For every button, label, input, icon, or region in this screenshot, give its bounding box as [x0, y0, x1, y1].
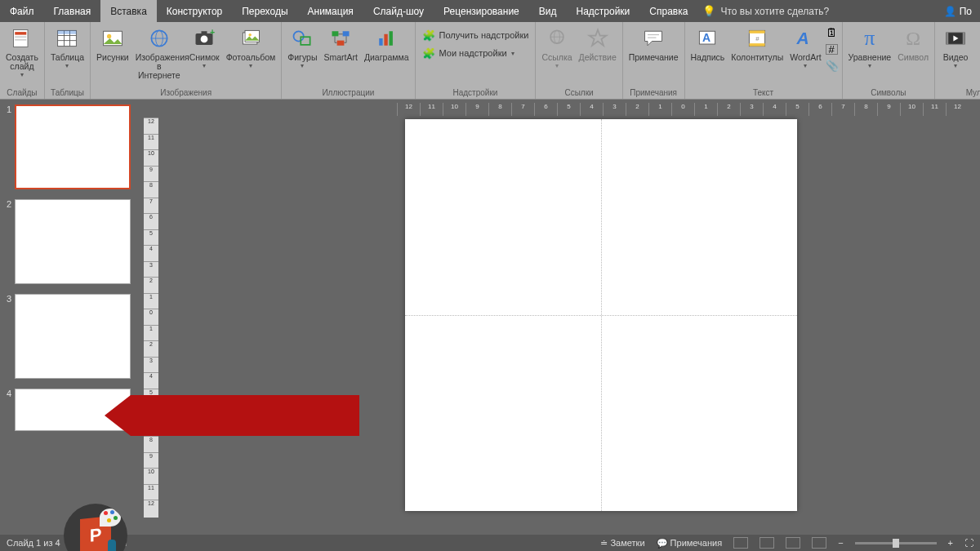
table-button[interactable]: Таблица ▾	[48, 24, 87, 71]
chevron-down-icon: ▾	[511, 50, 514, 57]
wordart-button[interactable]: A WordArt ▾	[787, 24, 823, 71]
video-button[interactable]: Видео ▾	[938, 24, 973, 71]
svg-rect-9	[58, 30, 77, 33]
svg-rect-17	[202, 31, 207, 34]
tab-transitions[interactable]: Переходы	[232, 0, 297, 22]
chart-icon	[373, 25, 399, 51]
zoom-slider[interactable]	[855, 542, 937, 544]
group-tables: Таблица ▾ Таблицы	[45, 22, 91, 99]
pictures-button[interactable]: Рисунки	[94, 24, 131, 64]
svg-rect-2	[15, 36, 26, 38]
svg-point-11	[107, 34, 111, 38]
tab-review[interactable]: Рецензирование	[434, 0, 529, 22]
action-icon	[585, 25, 611, 51]
get-addins-button[interactable]: 🧩 Получить надстройки	[419, 27, 532, 43]
online-pictures-button[interactable]: Изображения в Интернете	[133, 24, 185, 82]
tab-file[interactable]: Файл	[0, 0, 44, 22]
svg-rect-44	[947, 33, 949, 44]
my-addins-button[interactable]: 🧩 Мои надстройки ▾	[419, 45, 532, 61]
header-footer-button[interactable]: # Колонтитулы	[728, 24, 786, 64]
group-slides: Создать слайд ▾ Слайды	[0, 22, 45, 99]
symbol-icon: Ω	[900, 25, 926, 51]
my-addins-icon: 🧩	[422, 47, 435, 60]
equation-button[interactable]: π Уравнение ▾	[846, 24, 894, 71]
group-addins-label: Надстройки	[419, 87, 532, 99]
svg-rect-3	[15, 39, 26, 41]
tab-insert[interactable]: Вставка	[100, 0, 157, 22]
tab-animations[interactable]: Анимация	[298, 0, 363, 22]
view-normal-button[interactable]	[733, 537, 748, 549]
thumb-number: 4	[3, 389, 11, 431]
comment-button[interactable]: Примечание	[626, 24, 681, 64]
zoom-in-button[interactable]: +	[948, 538, 953, 548]
smartart-button[interactable]: SmartArt	[321, 24, 359, 64]
header-footer-icon: #	[744, 25, 770, 51]
view-sorter-button[interactable]	[760, 537, 774, 549]
tab-help[interactable]: Справка	[639, 0, 697, 22]
zoom-out-button[interactable]: −	[838, 538, 843, 548]
chart-label: Диаграмма	[364, 53, 409, 62]
comments-button[interactable]: 💬 Примечания	[657, 538, 723, 549]
group-links-label: Ссылки	[539, 87, 618, 99]
svg-rect-45	[963, 33, 965, 44]
tell-me-search[interactable]: 💡 Что вы хотите сделать?	[702, 0, 829, 22]
photo-album-icon	[238, 25, 264, 51]
slide-thumbnails: 1 2 3 4	[0, 100, 137, 535]
view-slideshow-button[interactable]	[812, 537, 826, 549]
thumbnail-3[interactable]	[15, 294, 131, 379]
slide-number-icon[interactable]: #	[826, 44, 838, 55]
status-bar: Слайд 1 из 4 📖 русский ≐ Заметки 💬 Приме…	[0, 535, 980, 551]
tab-home[interactable]: Главная	[44, 0, 101, 22]
slide-canvas[interactable]	[405, 119, 797, 511]
table-label: Таблица	[51, 53, 84, 62]
svg-marker-33	[589, 30, 606, 46]
chevron-down-icon: ▾	[868, 62, 871, 69]
svg-point-16	[201, 36, 208, 43]
group-illustrations-label: Иллюстрации	[285, 87, 411, 99]
wordart-icon: A	[792, 25, 818, 51]
svg-rect-25	[343, 31, 350, 36]
notes-button[interactable]: ≐ Заметки	[600, 538, 644, 549]
canvas-area[interactable]: 1211109876543210123456789101112	[160, 100, 980, 535]
view-reading-button[interactable]	[786, 537, 800, 549]
svg-rect-40	[750, 43, 765, 47]
audio-button[interactable]: 🔊 Звук ▾	[974, 24, 980, 71]
screenshot-button[interactable]: + Снимок ▾	[187, 24, 222, 71]
thumb-number: 2	[3, 199, 11, 284]
svg-rect-29	[390, 31, 393, 46]
thumbnail-1[interactable]	[15, 104, 131, 189]
chart-button[interactable]: Диаграмма	[362, 24, 412, 64]
figure-icon	[108, 540, 116, 551]
svg-rect-27	[379, 38, 382, 46]
tab-view[interactable]: Вид	[529, 0, 567, 22]
menu-tabs: Файл Главная Вставка Конструктор Переход…	[0, 0, 980, 22]
shapes-button[interactable]: Фигуры ▾	[285, 24, 319, 71]
smartart-label: SmartArt	[323, 53, 357, 62]
thumbnail-2[interactable]	[15, 199, 131, 284]
guide-horizontal	[405, 315, 797, 316]
textbox-button[interactable]: A Надпись	[688, 24, 728, 64]
table-icon	[54, 25, 80, 51]
group-illustrations: Фигуры ▾ SmartArt Диаграмма Иллюстрации	[282, 22, 415, 99]
video-icon	[942, 25, 969, 51]
chevron-down-icon: ▾	[804, 62, 807, 69]
fit-to-window-button[interactable]: ⛶	[964, 538, 973, 548]
status-slide-count: Слайд 1 из 4	[7, 538, 60, 548]
tab-addins[interactable]: Надстройки	[566, 0, 639, 22]
wordart-label: WordArt	[790, 53, 821, 62]
horizontal-ruler: 1211109876543210123456789101112	[397, 103, 969, 116]
tab-slideshow[interactable]: Слайд-шоу	[363, 0, 434, 22]
object-icon[interactable]: 📎	[826, 60, 839, 72]
new-slide-button[interactable]: Создать слайд ▾	[3, 24, 41, 80]
chevron-down-icon: ▾	[65, 62, 69, 69]
photo-album-button[interactable]: Фотоальбом ▾	[224, 24, 278, 71]
vertical-ruler: 1211109876543210123456789101112	[137, 100, 160, 535]
link-label: Ссылка	[541, 53, 572, 62]
tab-design[interactable]: Конструктор	[157, 0, 232, 22]
group-slides-label: Слайды	[3, 87, 41, 99]
user-account[interactable]: 👤 По	[936, 0, 980, 22]
pictures-icon	[100, 25, 126, 51]
store-icon: 🧩	[422, 29, 435, 42]
chevron-down-icon: ▾	[249, 62, 252, 69]
date-time-icon[interactable]: 🗓	[826, 25, 839, 39]
